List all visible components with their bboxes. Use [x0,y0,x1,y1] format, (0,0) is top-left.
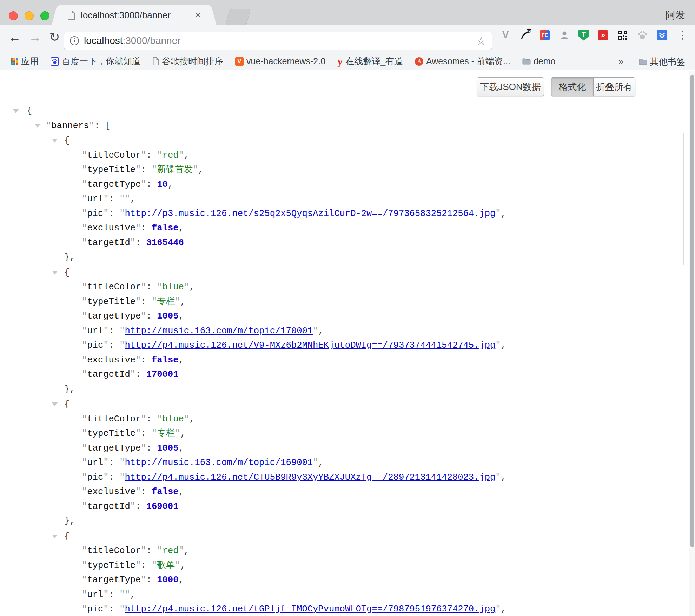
banner-object: {"titleColor": "red","typeTitle": "歌单","… [48,529,684,616]
collapse-triangle[interactable] [35,124,40,128]
browser-menu-icon[interactable]: ⋮ [677,29,688,41]
json-token: " [119,604,125,614]
json-link[interactable]: http://p3.music.126.net/s25q2x5QyqsAzilC… [125,209,495,219]
json-token: : [109,209,120,219]
translate-pen-extension-icon[interactable]: 英 [519,30,531,41]
collapse-triangle[interactable] [13,109,19,113]
json-key: targetType [87,179,141,190]
json-token: : [146,311,157,321]
minimize-window-button[interactable] [25,11,34,20]
bookmark-folder-other[interactable]: 其他书签 [639,56,685,67]
json-key: pic [87,340,103,350]
json-token: " [130,369,135,380]
json-token: : [109,472,120,483]
forward-icon[interactable]: → [29,31,41,44]
paw-extension-icon[interactable] [637,30,648,41]
collapse-triangle[interactable] [52,402,58,406]
bookmark-item-awesomes[interactable]: A Awesomes - 前端资... [415,55,510,67]
json-token: : [135,369,146,380]
json-key: typeTitle [87,561,135,571]
shield-check-extension-icon[interactable] [656,30,668,41]
object-close-row: }, [48,382,683,397]
url-text[interactable]: localhost:3000/banner [84,35,476,46]
bookmarks-overflow-icon[interactable]: » [618,56,623,67]
browser-tab[interactable]: localhost:3000/banner × [60,5,208,25]
json-key: url [87,194,103,204]
json-token: , [318,458,323,468]
json-token: , [180,561,186,571]
json-link[interactable]: http://p4.music.126.net/CTU5B9R9y3XyYBZX… [125,472,495,483]
qr-code-extension-icon[interactable] [617,30,628,41]
fast-forward-extension-icon[interactable]: » [597,30,609,41]
json-token: " [125,590,130,600]
json-token: : [146,414,157,424]
json-token: " [119,209,125,219]
json-token: " [103,458,108,468]
json-token: " [82,297,87,307]
json-token: : [141,487,152,497]
user-profile-extension-icon[interactable] [559,30,570,41]
json-token: " [103,604,108,614]
close-window-button[interactable] [9,11,18,20]
youdao-icon: y [337,56,343,67]
json-value-number: 1000 [157,575,178,585]
json-token: , [180,297,186,307]
json-key: targetType [87,311,141,321]
json-token: { [64,136,70,146]
vertical-scrollbar[interactable] [689,71,695,616]
json-key: url [87,458,103,468]
fullscreen-window-button[interactable] [40,11,49,20]
json-link[interactable]: http://music.163.com/m/topic/170001 [125,326,313,336]
json-key: titleColor [87,150,141,160]
bookmark-star-icon[interactable]: ☆ [476,35,486,46]
collapse-triangle[interactable] [52,271,58,275]
json-token: " [82,487,87,497]
json-link[interactable]: http://p4.music.126.net/tGPljf-IMOCyPvum… [125,604,495,614]
json-key: typeTitle [87,165,135,175]
vue-devtools-extension-icon[interactable]: V [500,30,511,41]
json-token: " [179,150,184,160]
json-token: " [82,369,87,380]
json-token: " [82,311,87,321]
folder-icon [522,58,531,65]
back-icon[interactable]: ← [8,31,21,44]
json-token: : [141,165,152,175]
json-token: }, [64,384,75,394]
reload-icon[interactable]: ↻ [49,31,60,44]
json-field-row: "typeTitle": "专栏", [65,295,683,309]
json-token: " [495,472,501,483]
scrollbar-thumb[interactable] [690,75,694,547]
document-icon [153,57,159,65]
collapse-triangle[interactable] [52,535,58,538]
bookmark-item-demo[interactable]: demo [522,56,556,66]
json-token: " [82,282,87,292]
bookmark-item-apps[interactable]: 应用 [11,55,39,67]
page-info-icon[interactable]: i [70,36,79,45]
json-field-row: "typeTitle": "专栏", [65,426,683,441]
page-content: 下载JSON数据 格式化 折叠所有 { "banners": [ {"title… [0,71,695,616]
close-tab-icon[interactable]: × [195,10,201,20]
json-token: " [193,165,198,175]
json-token: , [178,355,184,365]
bookmark-item-youdao[interactable]: y 在线翻译_有道 [337,55,403,67]
json-token: " [495,340,501,350]
json-field-row: "targetId": 3165446 [65,236,683,250]
json-token: : [109,194,120,204]
banner-object: {"titleColor": "blue","typeTitle": "专栏",… [48,265,684,397]
bookmark-item-baidu[interactable]: 百度一下，你就知道 [51,55,141,67]
bookmark-item-google-sort[interactable]: 谷歌按时间排序 [153,55,223,67]
tab-title: localhost:3000/banner [81,10,191,21]
json-key: targetId [87,502,130,512]
json-token: : [135,502,146,512]
json-token: " [141,311,146,321]
json-field-row: "exclusive": false, [65,221,683,236]
collapse-triangle[interactable] [52,139,58,143]
json-value-string: red [163,150,179,160]
json-link[interactable]: http://music.163.com/m/topic/169001 [125,458,313,468]
json-link[interactable]: http://p4.music.126.net/V9-MXz6b2MNhEKju… [125,340,495,350]
address-bar[interactable]: i localhost:3000/banner ☆ [64,32,492,50]
bookmark-item-vue-hackernews[interactable]: V vue-hackernews-2.0 [235,56,325,66]
tampermonkey-extension-icon[interactable]: T [578,30,589,41]
new-tab-button[interactable] [225,9,251,25]
fehelper-extension-icon[interactable]: FE [539,30,550,41]
